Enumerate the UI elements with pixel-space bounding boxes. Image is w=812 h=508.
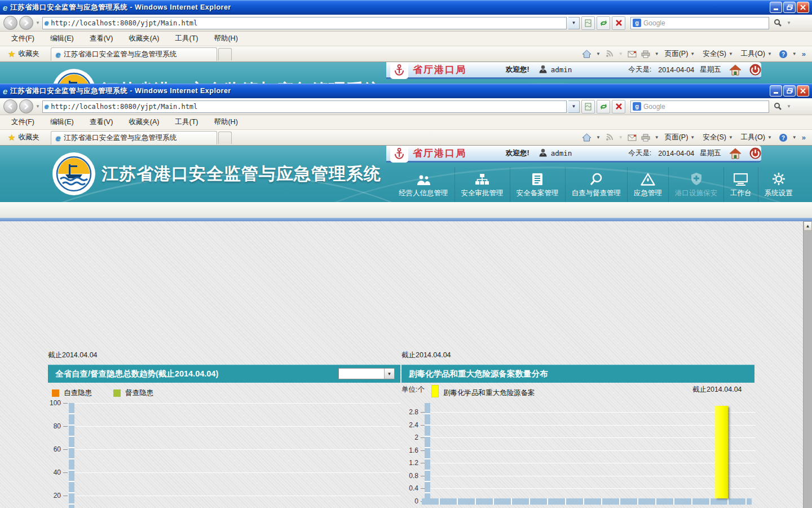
- home-icon[interactable]: [581, 132, 593, 143]
- refresh-button[interactable]: [597, 100, 610, 113]
- forward-button[interactable]: [19, 99, 33, 113]
- home-dropdown-icon[interactable]: ▼: [596, 51, 601, 56]
- tools-menu-button[interactable]: 工具(O)▼: [739, 48, 775, 60]
- search-input[interactable]: [643, 19, 767, 27]
- help-dropdown-icon[interactable]: ▼: [792, 135, 797, 140]
- back-button[interactable]: [3, 16, 17, 30]
- favorites-button[interactable]: ★ 收藏夹: [2, 47, 45, 61]
- home-shortcut-icon[interactable]: [729, 148, 742, 159]
- minimize-button[interactable]: [770, 2, 782, 13]
- search-options-icon[interactable]: ▼: [786, 104, 792, 109]
- feeds-icon[interactable]: [604, 132, 615, 143]
- search-box[interactable]: g: [630, 17, 769, 29]
- menu-tools[interactable]: 工具(T): [167, 32, 206, 46]
- page-menu-button[interactable]: 页面(P)▼: [663, 132, 699, 143]
- history-dropdown-icon[interactable]: ▼: [35, 104, 41, 109]
- feeds-dropdown-icon: ▼: [619, 135, 623, 140]
- nav-self-inspection[interactable]: 自查与督查管理: [565, 167, 628, 202]
- tick-mark: [421, 476, 425, 476]
- forward-button[interactable]: [19, 16, 33, 30]
- window-titlebar[interactable]: e 江苏省港口安全监管与应急管理系统 - Windows Internet Ex…: [0, 0, 812, 15]
- home-icon[interactable]: [581, 49, 593, 60]
- stop-button[interactable]: [612, 16, 625, 30]
- print-dropdown-icon[interactable]: ▼: [655, 51, 659, 56]
- back-button[interactable]: [3, 99, 17, 113]
- tools-menu-button[interactable]: 工具(O)▼: [739, 132, 775, 143]
- close-button[interactable]: [797, 2, 809, 13]
- menu-edit[interactable]: 编辑(E): [42, 32, 82, 46]
- window-titlebar[interactable]: e 江苏省港口安全监管与应急管理系统 - Windows Internet Ex…: [0, 84, 812, 98]
- feeds-icon[interactable]: [604, 49, 615, 60]
- address-dropdown-button[interactable]: ▼: [568, 17, 580, 29]
- scroll-up-button[interactable]: ▲: [804, 221, 812, 231]
- nav-port-security[interactable]: 港口设施保安: [668, 167, 723, 202]
- compatibility-view-button[interactable]: [581, 100, 595, 113]
- menu-file[interactable]: 文件(F): [3, 32, 42, 46]
- overflow-chevron[interactable]: »: [800, 133, 807, 142]
- nav-emergency[interactable]: 应急管理: [627, 167, 668, 202]
- close-button[interactable]: [797, 85, 809, 97]
- read-mail-icon[interactable]: [626, 132, 638, 143]
- menu-bar: 文件(F) 编辑(E) 查看(V) 收藏夹(A) 工具(T) 帮助(H): [0, 115, 812, 130]
- menu-help[interactable]: 帮助(H): [206, 32, 245, 46]
- restore-button[interactable]: [783, 85, 796, 97]
- help-dropdown-icon[interactable]: ▼: [792, 51, 797, 56]
- menu-help[interactable]: 帮助(H): [206, 115, 245, 129]
- nav-workbench[interactable]: 工作台: [723, 167, 758, 202]
- home-dropdown-icon[interactable]: ▼: [596, 135, 601, 140]
- menu-favorites[interactable]: 收藏夹(A): [121, 32, 167, 46]
- print-icon[interactable]: [640, 132, 651, 143]
- stop-button[interactable]: [612, 100, 625, 113]
- region-select[interactable]: ▼: [338, 368, 395, 379]
- search-go-button[interactable]: [771, 100, 784, 113]
- nav-operator-info[interactable]: 经营人信息管理: [392, 167, 454, 202]
- window-title: 江苏省港口安全监管与应急管理系统 - Windows Internet Expl…: [10, 3, 231, 12]
- refresh-button[interactable]: [597, 16, 610, 30]
- username: admin: [551, 149, 572, 157]
- address-dropdown-button[interactable]: ▼: [568, 100, 580, 113]
- gridline: [74, 426, 400, 427]
- address-input[interactable]: [51, 103, 564, 111]
- history-dropdown-icon[interactable]: ▼: [35, 20, 41, 25]
- page-scrollbar[interactable]: ▲: [803, 221, 812, 508]
- help-icon[interactable]: ?: [778, 49, 789, 60]
- help-icon[interactable]: ?: [778, 132, 789, 143]
- nav-safety-approval[interactable]: 安全审批管理: [454, 167, 510, 202]
- address-field[interactable]: e: [42, 100, 567, 113]
- menu-tools[interactable]: 工具(T): [167, 115, 206, 129]
- favorites-button[interactable]: ★ 收藏夹: [2, 131, 45, 144]
- nav-safety-filing[interactable]: 安全备案管理: [510, 167, 565, 202]
- address-field[interactable]: e: [42, 17, 567, 29]
- search-go-button[interactable]: [771, 16, 784, 30]
- logout-power-icon[interactable]: [749, 64, 761, 76]
- security-menu-button[interactable]: 安全(S)▼: [700, 48, 736, 60]
- restore-button[interactable]: [783, 2, 796, 13]
- menu-edit[interactable]: 编辑(E): [42, 115, 82, 129]
- address-input[interactable]: [51, 19, 564, 27]
- print-dropdown-icon[interactable]: ▼: [655, 135, 659, 140]
- favorites-label: 收藏夹: [18, 49, 39, 59]
- overflow-chevron[interactable]: »: [800, 50, 807, 58]
- new-tab-stub[interactable]: [218, 132, 232, 144]
- compatibility-view-button[interactable]: [581, 16, 595, 30]
- menu-view[interactable]: 查看(V): [82, 32, 121, 46]
- print-icon[interactable]: [640, 49, 651, 60]
- window-controls: [770, 2, 809, 13]
- page-menu-button[interactable]: 页面(P)▼: [663, 48, 699, 60]
- search-options-icon[interactable]: ▼: [786, 20, 792, 25]
- new-tab-stub[interactable]: [218, 48, 232, 60]
- menu-view[interactable]: 查看(V): [82, 115, 121, 129]
- minimize-button[interactable]: [770, 85, 782, 97]
- search-box[interactable]: g: [630, 100, 769, 113]
- security-menu-button[interactable]: 安全(S)▼: [700, 132, 736, 143]
- read-mail-icon[interactable]: [626, 49, 638, 60]
- nav-system-settings[interactable]: 系统设置: [758, 167, 799, 202]
- logout-power-icon[interactable]: [749, 147, 761, 159]
- search-input[interactable]: [643, 103, 767, 111]
- star-icon: ★: [8, 49, 15, 59]
- menu-favorites[interactable]: 收藏夹(A): [121, 115, 167, 129]
- browser-tab[interactable]: e 江苏省港口安全监管与应急管理系统: [51, 131, 217, 144]
- home-shortcut-icon[interactable]: [729, 64, 742, 76]
- menu-file[interactable]: 文件(F): [3, 115, 42, 129]
- browser-tab[interactable]: e 江苏省港口安全监管与应急管理系统: [51, 47, 217, 61]
